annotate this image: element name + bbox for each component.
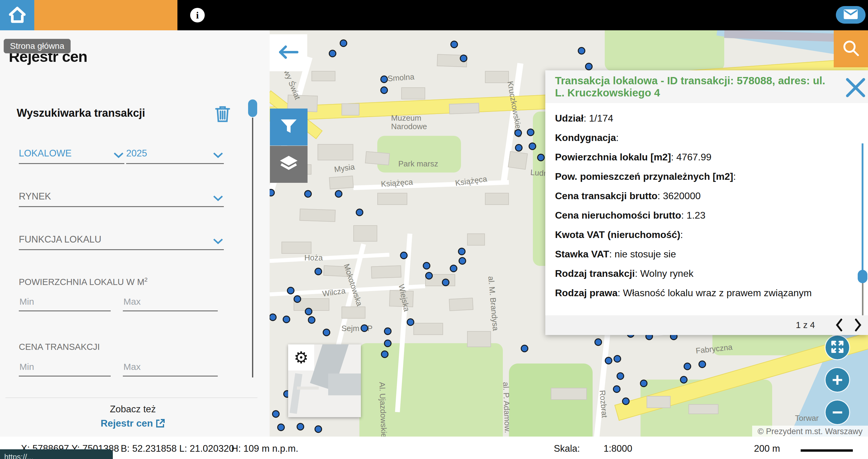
popup-row: Rodzaj prawa: Własność lokalu wraz z pra… bbox=[555, 283, 852, 302]
page-count: 1 z 4 bbox=[796, 320, 815, 330]
fullscreen-button[interactable] bbox=[826, 336, 849, 359]
transaction-dot[interactable] bbox=[272, 410, 280, 418]
transaction-dot[interactable] bbox=[521, 345, 528, 352]
transaction-dot[interactable] bbox=[356, 208, 363, 216]
popup-pagination: 1 z 4 bbox=[545, 315, 868, 335]
map-search-button[interactable] bbox=[834, 30, 868, 67]
transaction-dot[interactable] bbox=[451, 41, 458, 48]
dropdown-year-value: 2025 bbox=[126, 148, 147, 159]
scale-distance: 200 m bbox=[754, 443, 780, 454]
transaction-dot[interactable] bbox=[304, 190, 312, 198]
home-icon bbox=[8, 5, 27, 25]
clipped-row: – —— – bbox=[555, 103, 607, 106]
sidebar-scrollbar-thumb[interactable] bbox=[248, 99, 257, 117]
close-button[interactable] bbox=[845, 77, 866, 98]
transaction-dot[interactable] bbox=[613, 385, 621, 393]
dropdown-year[interactable]: 2025 bbox=[126, 148, 224, 164]
transaction-dot[interactable] bbox=[293, 295, 301, 303]
next-page-button[interactable] bbox=[851, 318, 865, 332]
overview-minimap[interactable]: ⚙ bbox=[288, 345, 361, 417]
transaction-dot[interactable] bbox=[617, 372, 624, 380]
popup-row: Cena transakcji brutto: 3620000 bbox=[555, 186, 852, 205]
popup-rows: Udział: 1/174Kondygnacja: Powierzchnia l… bbox=[555, 108, 852, 302]
transaction-dot[interactable] bbox=[314, 425, 322, 433]
transaction-dot[interactable] bbox=[314, 268, 322, 275]
back-button[interactable] bbox=[270, 34, 307, 71]
scale-value: 1:8000 bbox=[603, 443, 632, 454]
transaction-dot[interactable] bbox=[699, 360, 706, 368]
status-bar: X: 5788697 Y: 7501388 B: 52.231858 L: 21… bbox=[0, 436, 868, 459]
popup-header: Transakcja lokalowa - ID transakcji: 578… bbox=[545, 70, 868, 103]
transaction-dot[interactable] bbox=[614, 355, 621, 363]
mail-icon bbox=[844, 9, 858, 20]
transaction-dot[interactable] bbox=[384, 339, 392, 347]
transaction-dot[interactable] bbox=[277, 424, 285, 431]
chevron-down-icon bbox=[213, 193, 223, 204]
transaction-dot[interactable] bbox=[287, 287, 294, 294]
mail-button[interactable] bbox=[836, 6, 866, 24]
minimap-settings-button[interactable]: ⚙ bbox=[288, 345, 314, 370]
transaction-dot[interactable] bbox=[605, 357, 612, 364]
popup-scrollbar-thumb[interactable] bbox=[858, 270, 867, 283]
transaction-dot[interactable] bbox=[450, 265, 457, 272]
transaction-dot[interactable] bbox=[270, 314, 277, 321]
transaction-dot[interactable] bbox=[578, 47, 585, 55]
transaction-dot[interactable] bbox=[335, 190, 342, 198]
transaction-dot[interactable] bbox=[297, 423, 304, 430]
minimap-park bbox=[290, 373, 302, 414]
transaction-dot[interactable] bbox=[407, 318, 414, 326]
transaction-dot[interactable] bbox=[585, 63, 593, 70]
street-label: Hoża bbox=[304, 254, 323, 262]
transaction-dot[interactable] bbox=[380, 87, 388, 94]
popup-scrollbar-track[interactable] bbox=[862, 143, 863, 272]
filter-button[interactable] bbox=[270, 108, 308, 145]
transaction-dot[interactable] bbox=[283, 316, 290, 323]
popup-scrollbar-track[interactable] bbox=[862, 283, 863, 315]
zoom-in-button[interactable]: + bbox=[826, 368, 849, 392]
registry-link[interactable]: Rejestr cen bbox=[0, 418, 266, 429]
transaction-dot[interactable] bbox=[361, 324, 368, 332]
previous-page-button[interactable] bbox=[832, 318, 846, 332]
info-icon: i bbox=[196, 10, 199, 21]
transaction-dot[interactable] bbox=[442, 278, 450, 286]
transaction-dot[interactable] bbox=[384, 327, 392, 335]
zoom-out-button[interactable]: − bbox=[826, 400, 849, 424]
area-min-input[interactable] bbox=[19, 296, 111, 312]
popup-row: Cena nieruchomości brutto: 1.23 bbox=[555, 205, 852, 225]
transaction-dot[interactable] bbox=[458, 248, 466, 255]
street-label: Rozbrat bbox=[598, 390, 609, 418]
transaction-dot[interactable] bbox=[515, 129, 522, 137]
popup-row: Pow. pomieszczeń przynależnych [m2]: bbox=[555, 167, 852, 186]
price-min-input[interactable] bbox=[19, 362, 111, 376]
transaction-dot[interactable] bbox=[529, 142, 536, 150]
dropdown-function-value: FUNKCJA LOKALU bbox=[19, 234, 101, 245]
transaction-dot[interactable] bbox=[329, 50, 336, 57]
minimap-road bbox=[297, 387, 319, 390]
transaction-dot[interactable] bbox=[305, 308, 312, 315]
search-heading: Wyszukiwarka transakcji bbox=[17, 107, 145, 120]
dropdown-function[interactable]: FUNKCJA LOKALU bbox=[19, 234, 224, 250]
popup-body: – —— – Udział: 1/174Kondygnacja: Powierz… bbox=[545, 103, 868, 315]
info-button[interactable]: i bbox=[190, 8, 205, 23]
dropdown-transaction-type[interactable]: LOKALOWE bbox=[19, 148, 124, 164]
price-max-input[interactable] bbox=[123, 362, 218, 376]
transaction-dot[interactable] bbox=[515, 144, 523, 152]
home-button[interactable] bbox=[0, 0, 34, 30]
area-max-input[interactable] bbox=[123, 296, 218, 312]
transaction-dot[interactable] bbox=[594, 338, 602, 346]
street-label: Wilcza bbox=[322, 286, 346, 298]
transaction-dot[interactable] bbox=[423, 262, 430, 269]
sidebar-scrollbar-track[interactable] bbox=[252, 118, 253, 378]
transaction-dot[interactable] bbox=[684, 363, 691, 370]
home-tooltip: Strona główna bbox=[4, 39, 71, 53]
transaction-dot[interactable] bbox=[381, 351, 389, 358]
clear-filters-button[interactable] bbox=[214, 105, 231, 123]
transaction-dot[interactable] bbox=[340, 39, 347, 47]
transaction-dot[interactable] bbox=[308, 316, 315, 324]
map-park-area bbox=[605, 30, 724, 71]
transaction-dot[interactable] bbox=[380, 75, 388, 83]
transaction-dot[interactable] bbox=[459, 257, 466, 265]
dropdown-market[interactable]: RYNEK bbox=[19, 191, 224, 207]
transaction-dot[interactable] bbox=[323, 329, 330, 336]
layers-button[interactable] bbox=[270, 146, 308, 183]
